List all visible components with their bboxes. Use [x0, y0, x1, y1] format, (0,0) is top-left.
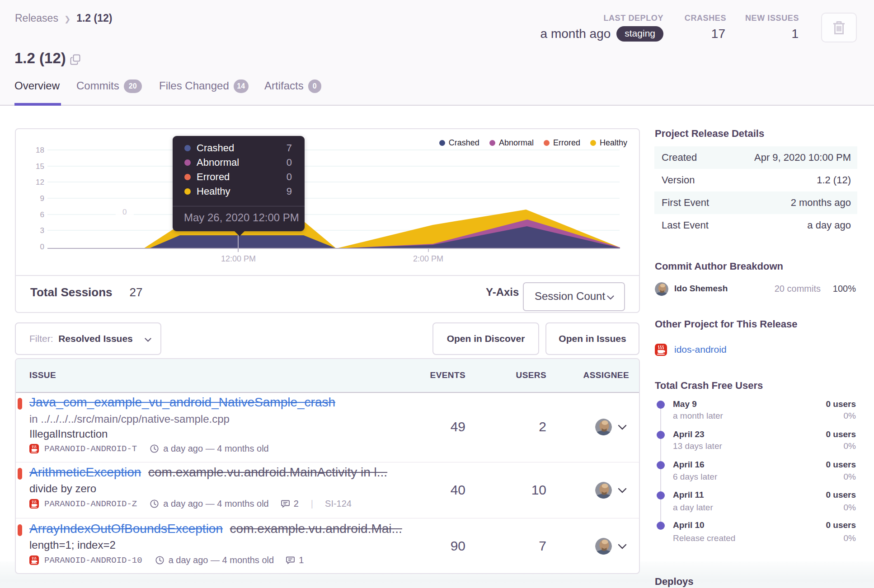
svg-text:0: 0 — [122, 208, 127, 216]
